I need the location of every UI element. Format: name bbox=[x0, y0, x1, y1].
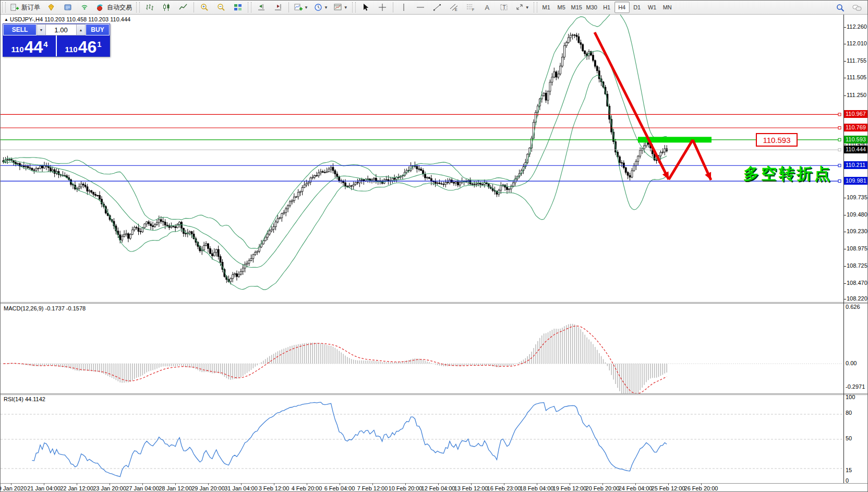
price-tick bbox=[843, 44, 846, 44]
time-label: 3 Feb 12:00 bbox=[259, 485, 290, 491]
timeframe-D1[interactable]: D1 bbox=[630, 2, 645, 13]
volume-input[interactable]: 1.00 bbox=[46, 24, 76, 35]
volume-decrease-button[interactable]: ▼ bbox=[37, 24, 46, 35]
price-tick-label: 108.220 bbox=[847, 295, 867, 302]
macd-axis-label: 0.00 bbox=[846, 360, 857, 366]
sell-price-big: 44 bbox=[25, 39, 43, 55]
line-chart-button[interactable] bbox=[175, 1, 191, 14]
tile-windows-button[interactable] bbox=[230, 1, 246, 14]
time-label: 20 Feb 20:00 bbox=[586, 485, 620, 491]
clock-icon bbox=[314, 3, 323, 12]
horizontal-line-icon bbox=[416, 3, 425, 12]
text-label-button[interactable]: T bbox=[496, 1, 512, 14]
buy-price-big: 46 bbox=[78, 39, 97, 55]
periods-button[interactable]: ▼ bbox=[311, 1, 330, 14]
price-tick bbox=[843, 61, 846, 62]
trendline-button[interactable] bbox=[429, 1, 445, 14]
crosshair-button[interactable] bbox=[375, 1, 390, 14]
price-badge-110.444: 110.444 bbox=[844, 146, 868, 153]
time-label: 28 Jan 12:00 bbox=[159, 485, 192, 491]
chart-shift-icon bbox=[257, 3, 266, 12]
price-tick-label: 108.975 bbox=[847, 245, 867, 251]
time-label: 19 Feb 12:00 bbox=[553, 485, 587, 491]
sell-price[interactable]: 110 44 4 bbox=[3, 35, 57, 56]
equidistant-channel-icon: E bbox=[449, 3, 459, 12]
crosshair-icon bbox=[378, 3, 387, 12]
cursor-button[interactable] bbox=[358, 1, 373, 14]
toolbar-grip bbox=[136, 2, 140, 13]
template-icon bbox=[333, 3, 343, 12]
time-label: 21 Jan 04:00 bbox=[27, 485, 61, 491]
one-click-trade-panel: SELL ▼ 1.00 ▲ BUY 110 44 4 110 46 1 bbox=[3, 23, 110, 57]
auto-scroll-button[interactable] bbox=[270, 1, 286, 14]
timeframe-W1[interactable]: W1 bbox=[645, 2, 660, 13]
line-chart-icon bbox=[178, 3, 188, 12]
equidistant-channel-button[interactable]: E bbox=[446, 1, 462, 14]
gem-button[interactable] bbox=[43, 1, 59, 14]
price-tick bbox=[843, 95, 846, 96]
price-tick-label: 109.480 bbox=[847, 211, 867, 218]
horizontal-line-button[interactable] bbox=[413, 1, 428, 14]
price-tick bbox=[843, 145, 846, 145]
new-order-button[interactable]: 新订单 bbox=[8, 1, 42, 14]
macd-pane-plot[interactable] bbox=[1, 304, 843, 393]
template-button[interactable]: ▼ bbox=[331, 1, 350, 14]
macd-axis-label: -0.2971 bbox=[846, 383, 865, 390]
add-indicator-button[interactable]: ▼ bbox=[292, 1, 310, 14]
bar-chart-button[interactable] bbox=[142, 1, 158, 14]
rsi-axis-label: 0 bbox=[846, 477, 849, 484]
autotrade-button[interactable]: 自动交易 bbox=[93, 1, 134, 14]
time-axis-border bbox=[1, 483, 868, 484]
macd-label: MACD(12,26,9) -0.1737 -0.1578 bbox=[4, 305, 86, 311]
time-label: 7 Feb 12:00 bbox=[357, 485, 388, 491]
price-tick bbox=[843, 198, 846, 198]
candle-chart-icon bbox=[162, 3, 171, 12]
fibonacci-button[interactable]: F bbox=[463, 1, 478, 14]
text-tool-icon: A bbox=[483, 3, 492, 12]
timeframe-H1[interactable]: H1 bbox=[599, 2, 614, 13]
profile-button[interactable] bbox=[60, 1, 76, 14]
price-tag-110593[interactable]: 110.593 bbox=[756, 133, 798, 147]
timeframe-M1[interactable]: M1 bbox=[539, 2, 554, 13]
price-tick bbox=[843, 232, 846, 232]
shapes-arrows-button[interactable]: ▼ bbox=[513, 1, 532, 14]
price-tick bbox=[843, 78, 846, 78]
candle-chart-button[interactable] bbox=[159, 1, 174, 14]
rsi-label: RSI(14) 44.1142 bbox=[4, 396, 45, 402]
search-button[interactable] bbox=[833, 2, 848, 14]
zoom-in-button[interactable] bbox=[197, 1, 212, 14]
timeframe-M5[interactable]: M5 bbox=[554, 2, 569, 13]
signal-button[interactable] bbox=[77, 1, 92, 14]
rsi-pane-plot[interactable] bbox=[1, 395, 843, 483]
chat-button[interactable] bbox=[849, 2, 865, 14]
dropdown-caret: ▼ bbox=[304, 5, 308, 10]
timeframe-MN[interactable]: MN bbox=[660, 2, 675, 13]
time-label: 4 Feb 20:00 bbox=[292, 485, 322, 491]
buy-button[interactable]: BUY bbox=[86, 24, 110, 35]
search-icon bbox=[836, 3, 845, 13]
timeframe-H4[interactable]: H4 bbox=[614, 2, 630, 13]
vertical-line-button[interactable] bbox=[396, 1, 412, 14]
toolbar-grip bbox=[534, 2, 537, 13]
cn-annotation-text[interactable]: 多空转折点 bbox=[743, 163, 832, 185]
chart-shift-button[interactable] bbox=[254, 1, 269, 14]
time-label: 19 Jan 2020 bbox=[0, 485, 27, 491]
time-label: 16 Feb 23:00 bbox=[487, 485, 521, 491]
volume-increase-button[interactable]: ▲ bbox=[76, 24, 86, 35]
price-badge-110.211: 110.211 bbox=[844, 161, 868, 169]
shapes-arrows-icon bbox=[515, 3, 524, 12]
buy-price[interactable]: 110 46 1 bbox=[57, 35, 110, 56]
signal-icon bbox=[80, 3, 89, 12]
timeframe-M15[interactable]: M15 bbox=[569, 2, 584, 13]
vertical-line-icon bbox=[399, 3, 408, 12]
sell-button[interactable]: SELL bbox=[3, 24, 37, 35]
text-tool-button[interactable]: A bbox=[479, 1, 495, 14]
toolbar-grip bbox=[352, 2, 356, 13]
main-chart-plot[interactable] bbox=[1, 15, 843, 302]
dropdown-caret: ▼ bbox=[324, 5, 328, 10]
zoom-out-button[interactable] bbox=[213, 1, 229, 14]
timeframe-M30[interactable]: M30 bbox=[584, 2, 599, 13]
trendline-icon bbox=[432, 3, 442, 12]
zoom-out-icon bbox=[216, 3, 226, 12]
rsi-axis-label: 15 bbox=[846, 467, 852, 473]
